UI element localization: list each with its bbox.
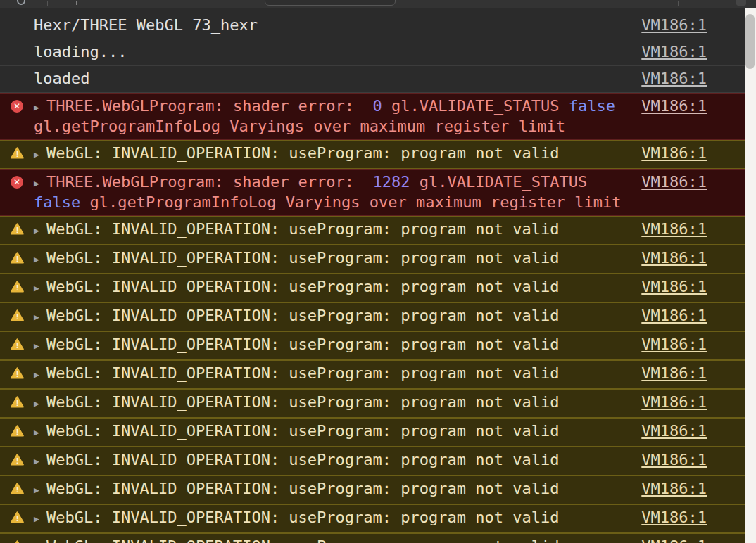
source-location-link[interactable]: VM186:1 [641,16,707,34]
message-token: Hexr/THREE WebGL 73_hexr [34,16,258,34]
disclosure-triangle-icon[interactable]: ▶ [34,222,43,240]
console-row-log: Hexr/THREE WebGL 73_hexrVM186:1 [0,13,756,39]
disclosure-triangle-icon[interactable]: ▶ [34,366,43,384]
filter-input[interactable] [265,0,396,6]
console-row-error[interactable]: ✕▶THREE.WebGLProgram: shader error: 0 gl… [0,93,756,140]
disclosure-triangle-icon[interactable]: ▶ [34,452,43,471]
console-row-warning[interactable]: !▶WebGL: INVALID_OPERATION: useProgram: … [0,140,756,169]
console-row-error[interactable]: ✕▶THREE.WebGLProgram: shader error: 1282… [0,169,756,216]
warning-icon: ! [11,367,24,379]
row-gutter: ! [0,480,34,494]
svg-text:!: ! [16,283,19,292]
scrollbar-track[interactable] [745,8,756,543]
message-token: THREE.WebGLProgram: shader error: [46,173,373,191]
toolbar-button-fragment[interactable] [736,0,746,6]
source-location-link[interactable]: VM186:1 [641,422,707,440]
message-token: WebGL: INVALID_OPERATION: useProgram: pr… [46,509,559,526]
console-message-list[interactable]: Hexr/THREE WebGL 73_hexrVM186:1loading..… [0,8,756,543]
svg-text:!: ! [16,485,19,494]
row-gutter: ! [0,393,34,408]
clear-console-icon[interactable] [17,0,25,5]
warning-icon: ! [11,309,24,321]
disclosure-triangle-icon[interactable]: ▶ [34,146,43,164]
disclosure-triangle-icon[interactable]: ▶ [34,337,43,355]
warning-icon: ! [11,483,24,494]
source-location-link[interactable]: VM186:1 [641,364,707,383]
disclosure-triangle-icon[interactable]: ▶ [34,395,43,413]
disclosure-triangle-icon[interactable]: ▶ [34,539,43,543]
message-token: WebGL: INVALID_OPERATION: useProgram: pr… [46,393,559,411]
svg-text:!: ! [16,312,19,321]
message-token: WebGL: INVALID_OPERATION: useProgram: pr… [46,249,559,267]
console-row-warning[interactable]: !▶WebGL: INVALID_OPERATION: useProgram: … [0,504,756,533]
console-row-warning[interactable]: !▶WebGL: INVALID_OPERATION: useProgram: … [0,475,756,504]
row-gutter: ! [0,278,34,293]
row-gutter: ! [0,537,34,543]
disclosure-triangle-icon[interactable]: ▶ [34,510,43,528]
console-message-text: ▶WebGL: INVALID_OPERATION: useProgram: p… [34,509,635,529]
console-row-warning[interactable]: !▶WebGL: INVALID_OPERATION: useProgram: … [0,302,756,331]
disclosure-triangle-icon[interactable]: ▶ [34,481,43,499]
row-gutter: ! [0,336,34,350]
svg-text:!: ! [16,428,19,436]
console-row-warning[interactable]: !▶WebGL: INVALID_OPERATION: useProgram: … [0,533,756,543]
console-message-text: loading... [34,43,635,61]
row-gutter: ! [0,451,34,466]
source-location-link[interactable]: VM186:1 [641,97,707,115]
console-message-text: ▶WebGL: INVALID_OPERATION: useProgram: p… [34,307,635,327]
warning-icon: ! [11,223,24,235]
message-token: WebGL: INVALID_OPERATION: useProgram: pr… [46,307,559,324]
source-location-link[interactable]: VM186:1 [641,173,707,191]
warning-icon: ! [11,147,24,159]
source-location-link[interactable]: VM186:1 [641,307,707,325]
disclosure-triangle-icon[interactable]: ▶ [34,279,43,298]
disclosure-triangle-icon[interactable]: ▶ [34,174,43,193]
warning-icon: ! [11,396,24,408]
disclosure-triangle-icon[interactable]: ▶ [34,250,43,269]
console-message-text: ▶THREE.WebGLProgram: shader error: 1282 … [34,173,635,212]
source-location-link[interactable]: VM186:1 [641,480,707,498]
source-location-link[interactable]: VM186:1 [641,509,707,527]
disclosure-triangle-icon[interactable]: ▶ [34,98,43,117]
source-location-link[interactable]: VM186:1 [641,220,707,238]
message-token-number: 0 [373,97,382,115]
console-message-text: Hexr/THREE WebGL 73_hexr [34,16,635,34]
disclosure-triangle-icon[interactable]: ▶ [34,423,43,442]
console-row-warning[interactable]: !▶WebGL: INVALID_OPERATION: useProgram: … [0,245,756,274]
source-location-link[interactable]: VM186:1 [641,278,707,296]
console-row-warning[interactable]: !▶WebGL: INVALID_OPERATION: useProgram: … [0,331,756,360]
toolbar-divider [47,1,48,6]
console-row-warning[interactable]: !▶WebGL: INVALID_OPERATION: useProgram: … [0,389,756,418]
source-location-link[interactable]: VM186:1 [641,393,707,411]
source-location-link[interactable]: VM186:1 [641,249,707,267]
console-message-text: ▶THREE.WebGLProgram: shader error: 0 gl.… [34,97,635,136]
console-row-warning[interactable]: !▶WebGL: INVALID_OPERATION: useProgram: … [0,216,756,245]
console-message-text: ▶WebGL: INVALID_OPERATION: useProgram: p… [34,422,635,442]
message-token: THREE.WebGLProgram: shader error: [46,97,373,115]
row-gutter: ✕ [0,97,34,113]
source-location-link[interactable]: VM186:1 [641,537,707,543]
console-message-text: ▶WebGL: INVALID_OPERATION: useProgram: p… [34,364,635,385]
source-location-link[interactable]: VM186:1 [641,43,707,61]
console-message-text: ▶WebGL: INVALID_OPERATION: useProgram: p… [34,451,635,471]
console-message-text: ▶WebGL: INVALID_OPERATION: useProgram: p… [34,537,635,543]
console-row-warning[interactable]: !▶WebGL: INVALID_OPERATION: useProgram: … [0,274,756,302]
console-row-warning[interactable]: !▶WebGL: INVALID_OPERATION: useProgram: … [0,447,756,475]
disclosure-triangle-icon[interactable]: ▶ [34,308,43,326]
console-message-text: loaded [34,70,635,88]
console-row-log: loading...VM186:1 [0,39,756,66]
source-location-link[interactable]: VM186:1 [641,70,707,88]
svg-text:!: ! [16,150,19,158]
console-message-text: ▶WebGL: INVALID_OPERATION: useProgram: p… [34,393,635,414]
source-location-link[interactable]: VM186:1 [641,144,707,162]
source-location-link[interactable]: VM186:1 [641,336,707,354]
scrollbar-thumb[interactable] [745,14,755,69]
console-row-warning[interactable]: !▶WebGL: INVALID_OPERATION: useProgram: … [0,360,756,389]
source-location-link[interactable]: VM186:1 [641,451,707,469]
message-token: WebGL: INVALID_OPERATION: useProgram: pr… [46,220,559,238]
message-token: WebGL: INVALID_OPERATION: useProgram: pr… [46,451,559,468]
row-gutter: ! [0,422,34,437]
console-row-warning[interactable]: !▶WebGL: INVALID_OPERATION: useProgram: … [0,418,756,447]
message-token: gl.VALIDATE_STATUS [382,97,569,115]
row-gutter: ! [0,249,34,264]
